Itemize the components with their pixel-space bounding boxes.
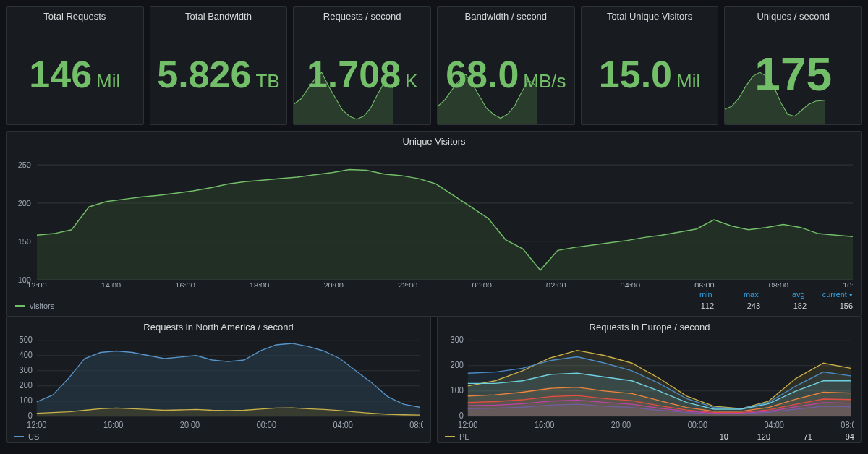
legend-label[interactable]: visitors [30,301,54,310]
svg-text:08:00: 08:00 [841,419,854,429]
svg-text:200: 200 [20,380,33,390]
svg-text:200: 200 [18,199,31,207]
svg-text:08:00: 08:00 [769,281,788,287]
legend-row: visitors 112 243 182 156 [15,301,853,313]
stat-row: Total Requests 146Mil Total Bandwidth 5.… [6,6,862,125]
svg-text:04:00: 04:00 [621,281,640,287]
legend-swatch [14,436,24,437]
chart-area: 100 150 200 250 12:0014:0016:0018:0020:0… [15,150,853,287]
svg-text:400: 400 [20,349,33,359]
chevron-down-icon: ▾ [849,291,853,299]
legend-swatch [15,305,25,307]
chart-area: 0100200300400500 12:0016:0020:0000:0004:… [14,335,423,431]
panel-title: Total Unique Visitors [582,7,718,25]
svg-text:300: 300 [20,364,33,374]
panel-eu-requests[interactable]: Requests in Europe / second 0100200300 1… [437,317,862,443]
svg-text:00:00: 00:00 [688,419,708,429]
stat-uniques-per-sec[interactable]: Uniques / second 175 [724,6,862,125]
svg-text:100: 100 [20,395,33,406]
legend: min max avg current ▾ [15,287,853,301]
legend-current[interactable]: current ▾ [822,290,853,299]
panel-na-requests[interactable]: Requests in North America / second 01002… [6,317,431,443]
panel-title: Requests in Europe / second [445,317,854,335]
panel-unique-visitors[interactable]: Unique Visitors 100 150 200 250 12:0014:… [6,131,862,317]
svg-text:04:00: 04:00 [765,419,785,429]
svg-text:10:00: 10:00 [843,281,853,287]
svg-text:100: 100 [451,385,464,395]
legend-label[interactable]: US [28,432,39,441]
svg-text:00:00: 00:00 [472,281,492,287]
stat-bandwidth-per-sec[interactable]: Bandwidth / second 68.0MB/s [437,6,575,125]
legend-label[interactable]: PL [459,432,469,441]
svg-text:06:00: 06:00 [694,281,714,287]
svg-text:300: 300 [451,335,464,344]
svg-text:00:00: 00:00 [257,419,277,429]
stat-total-requests[interactable]: Total Requests 146Mil [6,6,144,125]
legend-swatch [445,436,455,437]
svg-text:12:00: 12:00 [27,281,46,287]
svg-text:150: 150 [18,237,31,246]
svg-text:02:00: 02:00 [546,281,566,287]
legend-row: US [14,431,423,441]
panel-title: Unique Visitors [15,132,853,150]
svg-text:16:00: 16:00 [103,419,124,429]
svg-text:04:00: 04:00 [333,419,354,429]
svg-text:16:00: 16:00 [535,419,555,429]
svg-text:250: 250 [18,160,31,169]
panel-title: Total Bandwidth [150,7,287,25]
svg-text:500: 500 [20,335,33,344]
stat-requests-per-sec[interactable]: Requests / second 1.708K [293,6,431,125]
panel-title: Uniques / second [725,7,861,25]
svg-text:20:00: 20:00 [323,281,343,287]
svg-text:20:00: 20:00 [611,419,631,429]
svg-text:200: 200 [451,359,464,369]
svg-text:20:00: 20:00 [180,419,200,429]
panel-title: Requests in North America / second [14,317,423,335]
svg-text:12:00: 12:00 [458,419,478,429]
chart-area: 0100200300 12:0016:0020:0000:0004:0008:0… [445,335,854,431]
legend-row: PL 10 120 71 94 [445,431,854,441]
svg-text:12:00: 12:00 [27,419,47,429]
svg-text:14:00: 14:00 [101,281,121,287]
panel-title: Requests / second [294,7,430,25]
stat-total-uniques[interactable]: Total Unique Visitors 15.0Mil [581,6,719,125]
panel-title: Total Requests [7,7,143,25]
svg-text:08:00: 08:00 [409,419,423,429]
svg-text:16:00: 16:00 [175,281,195,287]
svg-text:22:00: 22:00 [398,281,417,287]
svg-text:18:00: 18:00 [250,281,269,287]
panel-title: Bandwidth / second [438,7,574,25]
stat-total-bandwidth[interactable]: Total Bandwidth 5.826TB [150,6,288,125]
